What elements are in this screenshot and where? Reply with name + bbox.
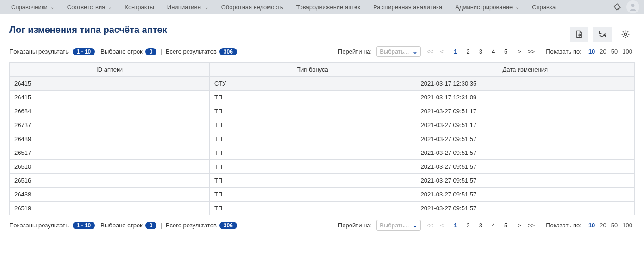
pager-prev[interactable]: < — [439, 48, 445, 55]
selected-label: Выбрано строк — [100, 222, 143, 229]
cell-bonus: ТП — [210, 146, 416, 160]
nav-item-label: Расширенная аналитика — [373, 4, 442, 11]
nav-item-2[interactable]: Контракты — [118, 0, 161, 14]
goto-label: Перейти на: — [338, 48, 372, 55]
cell-id: 26517 — [10, 146, 210, 160]
page-number-2[interactable]: 2 — [462, 222, 474, 229]
nav-item-label: Оборотная ведомость — [221, 4, 283, 11]
cell-bonus: ТП — [210, 202, 416, 215]
cell-date: 2021-03-27 09:51:17 — [416, 104, 635, 118]
col-header-bonus[interactable]: Тип бонуса — [210, 63, 416, 77]
page-number-4[interactable]: 4 — [487, 222, 500, 229]
per-page-20[interactable]: 20 — [597, 48, 608, 55]
page-number-3[interactable]: 3 — [475, 222, 487, 229]
cell-id: 26415 — [10, 77, 210, 91]
chevron-down-icon: ⌄ — [205, 5, 208, 10]
per-page-10[interactable]: 10 — [586, 48, 597, 55]
table-row[interactable]: 26517ТП2021-03-27 09:51:57 — [10, 146, 635, 160]
page-number-3[interactable]: 3 — [475, 48, 487, 55]
table-row[interactable]: 26510ТП2021-03-27 09:51:57 — [10, 160, 635, 174]
col-header-date[interactable]: Дата изменения — [416, 63, 635, 77]
cell-id: 26737 — [10, 118, 210, 132]
cell-date: 2021-03-27 09:51:57 — [416, 188, 635, 202]
nav-item-4[interactable]: Оборотная ведомость — [215, 0, 290, 14]
cell-date: 2021-03-27 09:51:57 — [416, 146, 635, 160]
pager-last[interactable]: >> — [527, 222, 536, 229]
page-title: Лог изменения типа расчёта аптек — [9, 24, 167, 35]
pager-next[interactable]: > — [517, 222, 522, 229]
separator: | — [160, 222, 162, 229]
separator: | — [160, 48, 162, 55]
nav-item-label: Контракты — [125, 4, 154, 11]
nav-item-label: Товародвижение аптек — [296, 4, 360, 11]
per-page-50[interactable]: 50 — [609, 222, 620, 229]
table-row[interactable]: 26489ТП2021-03-27 09:51:57 — [10, 132, 635, 146]
cell-date: 2021-03-27 09:51:57 — [416, 202, 635, 215]
cell-id: 26684 — [10, 104, 210, 118]
page-number-1[interactable]: 1 — [449, 48, 462, 55]
total-count-badge: 306 — [219, 222, 237, 229]
goto-select[interactable]: Выбрать... ⌄ — [376, 220, 421, 231]
table-row[interactable]: 26519ТП2021-03-27 09:51:57 — [10, 202, 635, 215]
cell-date: 2021-03-17 12:31:09 — [416, 91, 635, 104]
nav-item-label: Справка — [532, 4, 556, 11]
cell-date: 2021-03-27 09:51:57 — [416, 174, 635, 188]
table-row[interactable]: 26516ТП2021-03-27 09:51:57 — [10, 174, 635, 188]
notifications-icon[interactable] — [611, 0, 624, 13]
cell-id: 26438 — [10, 188, 210, 202]
total-label: Всего результатов — [166, 48, 217, 55]
cell-bonus: СТУ — [210, 77, 416, 91]
pager-next[interactable]: > — [517, 48, 522, 55]
per-page-label: Показать по: — [546, 222, 581, 229]
goto-select[interactable]: Выбрать... ⌄ — [376, 46, 421, 57]
per-page-10[interactable]: 10 — [586, 222, 597, 229]
page-number-4[interactable]: 4 — [487, 48, 500, 55]
svg-point-2 — [625, 33, 627, 36]
page-number-5[interactable]: 5 — [500, 48, 512, 55]
cell-bonus: ТП — [210, 91, 416, 104]
controls-top: Показаны результаты 1 - 10 Выбрано строк… — [0, 42, 644, 61]
cell-date: 2021-03-27 09:51:57 — [416, 160, 635, 174]
nav-item-label: Администрирование — [455, 4, 513, 11]
export-button[interactable] — [570, 27, 588, 42]
settings-button[interactable] — [616, 27, 635, 42]
table-row[interactable]: 26415СТУ2021-03-17 12:30:35 — [10, 77, 635, 91]
chevron-down-icon: ⌄ — [413, 48, 418, 55]
results-range-badge: 1 - 10 — [73, 222, 95, 229]
nav-item-1[interactable]: Соответствия⌄ — [61, 0, 119, 14]
cell-date: 2021-03-27 09:51:57 — [416, 132, 635, 146]
chevron-down-icon: ⌄ — [515, 5, 519, 10]
cell-id: 26519 — [10, 202, 210, 215]
nav-item-0[interactable]: Справочники⌄ — [5, 0, 61, 14]
nav-item-8[interactable]: Справка — [525, 0, 562, 14]
pager-first[interactable]: << — [425, 222, 434, 229]
table-row[interactable]: 26415ТП2021-03-17 12:31:09 — [10, 91, 635, 104]
cell-id: 26516 — [10, 174, 210, 188]
page-number-2[interactable]: 2 — [462, 48, 474, 55]
page-number-1[interactable]: 1 — [449, 222, 462, 229]
per-page-100[interactable]: 100 — [620, 222, 635, 229]
per-page-100[interactable]: 100 — [620, 48, 635, 55]
nav-item-5[interactable]: Товародвижение аптек — [290, 0, 367, 14]
user-avatar[interactable] — [626, 0, 639, 13]
page-number-5[interactable]: 5 — [500, 222, 512, 229]
nav-item-7[interactable]: Администрирование⌄ — [449, 0, 525, 14]
table-row[interactable]: 26438ТП2021-03-27 09:51:57 — [10, 188, 635, 202]
cell-bonus: ТП — [210, 118, 416, 132]
nav-item-label: Инициативы — [167, 4, 202, 11]
nav-item-3[interactable]: Инициативы⌄ — [161, 0, 215, 14]
per-page-50[interactable]: 50 — [609, 48, 620, 55]
chevron-down-icon: ⌄ — [413, 222, 418, 229]
pager-bottom: Перейти на: Выбрать... ⌄ << < 12345 > >>… — [338, 220, 635, 231]
pager-first[interactable]: << — [425, 48, 434, 55]
table-row[interactable]: 26684ТП2021-03-27 09:51:17 — [10, 104, 635, 118]
chevron-down-icon: ⌄ — [50, 5, 54, 10]
col-header-id[interactable]: ID аптеки — [10, 63, 210, 77]
refresh-button[interactable] — [593, 27, 612, 42]
nav-item-6[interactable]: Расширенная аналитика — [367, 0, 449, 14]
pager-prev[interactable]: < — [439, 222, 445, 229]
per-page-20[interactable]: 20 — [597, 222, 608, 229]
pager-last[interactable]: >> — [527, 48, 536, 55]
cell-date: 2021-03-17 12:30:35 — [416, 77, 635, 91]
table-row[interactable]: 26737ТП2021-03-27 09:51:17 — [10, 118, 635, 132]
